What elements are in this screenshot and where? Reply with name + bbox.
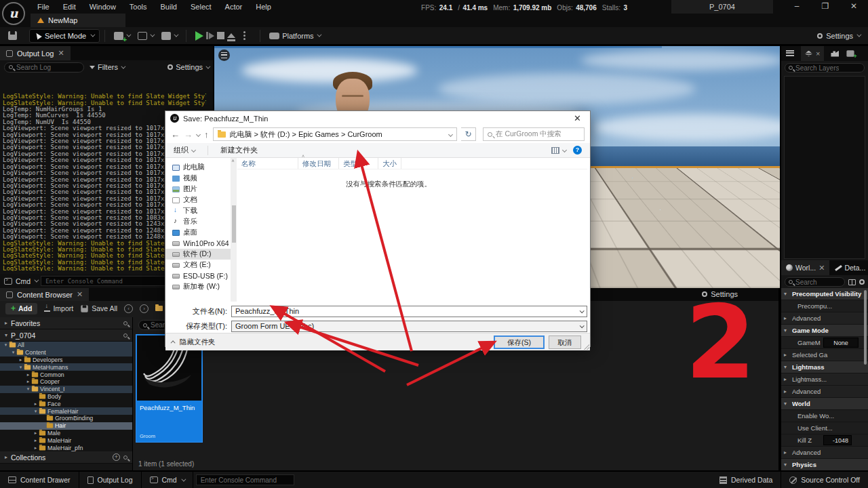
close-button[interactable]: ✕ [840,0,868,14]
save-icon[interactable] [8,31,17,40]
log-filters-dropdown[interactable]: Filters [90,63,124,71]
expander-arrow-icon[interactable]: ▸ [33,445,39,451]
chevron-down-icon[interactable] [580,323,585,328]
new-folder-button[interactable]: 新建文件夹 [220,145,258,155]
chevron-down-icon[interactable] [580,308,585,313]
tree-item[interactable]: ▾ Content [0,349,132,357]
level-tab-newmap[interactable]: NewMap [31,14,125,27]
menu-item[interactable]: Select [184,0,218,14]
expander-arrow-icon[interactable]: ▾ [18,365,24,370]
city-panel-icon[interactable] [831,51,839,57]
blueprints-dropdown[interactable] [138,32,153,40]
search-log-input[interactable]: Search Log [4,62,84,73]
property-row[interactable]: GameMod... None [781,337,868,349]
sidebar-place-item[interactable]: Win10Pro X64 [165,238,231,249]
sidebar-place-item[interactable]: 文档 (E:) [165,260,231,270]
content-browser-tab[interactable]: Content Browser ✕ [0,288,89,301]
close-icon[interactable]: ✕ [77,290,83,299]
expander-arrow-icon[interactable]: ▸ [25,379,31,384]
menu-item[interactable]: Tools [123,0,154,14]
world-settings-search-input[interactable]: Search [785,277,845,287]
search-icon[interactable] [123,455,127,460]
select-mode-dropdown[interactable]: Select Mode [29,29,100,43]
save-all-button[interactable]: Save All [80,304,117,313]
forward-icon[interactable]: › [140,304,149,313]
expander-arrow-icon[interactable]: ▸ [784,352,789,358]
tree-item[interactable]: GroomBinding [0,415,132,422]
refresh-icon[interactable]: ↻ [461,127,476,141]
output-log-tab[interactable]: Output Log ✕ [0,46,71,60]
layers-tab[interactable]: × [801,46,824,61]
source-control-button[interactable]: Source Control Off [781,472,868,488]
expander-arrow-icon[interactable]: ▾ [25,386,31,392]
property-row[interactable]: ▾ Precomputed Visibility [781,288,868,300]
output-log-button[interactable]: Output Log [79,472,142,488]
expander-arrow-icon[interactable]: ▾ [3,342,9,348]
expander-arrow-icon[interactable]: ▸ [33,438,39,443]
property-row[interactable]: ▸ Selected Ga [781,349,868,361]
expander-arrow-icon[interactable]: ▸ [18,357,24,363]
property-row[interactable]: ▾ Lightmass [781,361,868,373]
sidebar-place-item[interactable]: 软件 (D:) [165,249,231,260]
property-row[interactable]: ▸ Lightmass... [781,373,868,386]
search-icon[interactable] [123,321,127,325]
add-actor-dropdown[interactable] [114,32,130,40]
sidebar-place-item[interactable]: 音乐 [165,216,231,227]
property-row[interactable]: ▸ Advanced [781,447,868,459]
sidebar-place-item[interactable]: 下载 [165,205,231,216]
frame-skip-button[interactable] [206,32,214,39]
maximize-button[interactable]: ❐ [811,0,840,14]
expander-arrow-icon[interactable]: ▸ [5,320,7,326]
property-row[interactable]: Precompu... [781,300,868,312]
collections-section[interactable]: ▸ Collections + [0,451,132,464]
dialog-search-input[interactable]: 在 CurGroom 中搜索 [483,127,585,141]
world-settings-tab[interactable]: Worl... ✕ [781,260,829,275]
expander-arrow-icon[interactable]: ▸ [784,315,789,321]
tree-item[interactable]: ▸ Cooper [0,378,132,386]
sidebar-place-item[interactable]: 新加卷 (W:) [165,281,231,292]
close-icon[interactable]: × [816,49,820,58]
tree-item[interactable]: ▸ Developers [0,357,132,364]
dialog-close-button[interactable]: ✕ [570,113,585,123]
tree-item[interactable]: ▾ FemaleHair [0,407,132,415]
expander-arrow-icon[interactable]: ▸ [5,454,7,460]
property-control[interactable]: -1048 [823,435,852,445]
save-button[interactable]: 保存(S) [494,336,545,349]
menu-item[interactable]: Window [83,0,123,14]
add-collection-icon[interactable]: + [113,453,120,461]
sidebar-place-item[interactable]: 文档 [165,195,231,205]
hide-folders-button[interactable]: 隐藏文件夹 [172,338,216,347]
menu-item[interactable]: File [31,0,56,14]
tree-item[interactable]: ▾ Vincent_I [0,386,132,393]
expander-arrow-icon[interactable]: ▾ [33,409,39,414]
import-button[interactable]: Import [44,304,73,312]
expander-arrow-icon[interactable]: ▸ [33,401,39,407]
status-console-input[interactable]: Enter Console Command [196,474,294,485]
tree-item[interactable]: ▸ Common [0,371,132,378]
expander-arrow-icon[interactable]: ▾ [784,291,789,297]
up-icon[interactable]: ↑ [204,129,209,140]
search-layers-input[interactable]: Search Layers [785,63,865,73]
play-button[interactable] [195,31,203,41]
filename-input[interactable]: Peachfuzz_M_Thin [231,306,587,317]
display-filter-icon[interactable] [848,279,856,285]
tree-item[interactable]: ▾ MetaHumans [0,363,132,371]
expander-arrow-icon[interactable]: ▸ [784,388,789,394]
help-icon[interactable]: ? [573,146,582,155]
menu-item[interactable]: Edit [56,0,83,14]
details-tab[interactable]: Deta... [829,260,868,275]
gear-icon[interactable] [859,279,865,285]
back-icon[interactable]: ← [171,129,180,140]
address-bar[interactable]: 此电脑 > 软件 (D:) > Epic Games > CurGroom [213,127,458,141]
property-row[interactable]: ▸ Advanced [781,386,868,398]
expander-arrow-icon[interactable]: ▾ [784,401,789,407]
expander-arrow-icon[interactable]: ▸ [33,430,39,436]
tree-item[interactable]: ▸ MaleHair [0,436,132,444]
address-dropdown-chevron-icon[interactable] [448,131,453,136]
content-browser-settings[interactable]: Settings [702,290,738,298]
tree-item[interactable]: ▸ MaleHair_pfn [0,444,132,451]
menu-item[interactable]: Build [154,0,184,14]
property-control[interactable]: None [823,338,859,348]
close-icon[interactable]: ✕ [58,49,64,58]
eject-button[interactable] [227,33,235,38]
